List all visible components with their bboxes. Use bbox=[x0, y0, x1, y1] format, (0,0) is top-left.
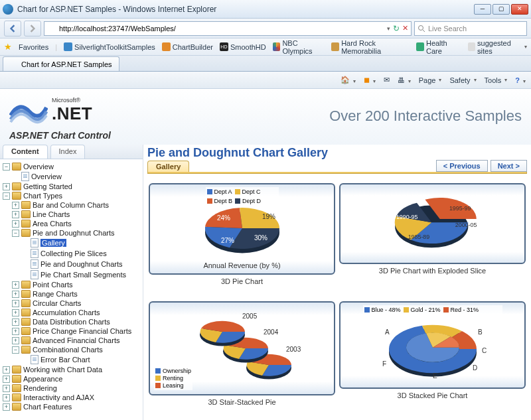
tree-collecting[interactable]: Collecting Pie Slices bbox=[20, 248, 141, 259]
net-label: .NET bbox=[52, 104, 92, 124]
browser-tab-active[interactable]: Chart for ASP.NET Samples bbox=[3, 56, 119, 71]
favlink-chartbuilder[interactable]: ChartBuilder bbox=[162, 42, 213, 51]
tree-bar-charts[interactable]: +Bar and Column Charts bbox=[11, 200, 141, 210]
close-button[interactable]: ✕ bbox=[511, 4, 528, 15]
chart-card-3-wrap: Ownership Renting Leasing 2005 2004 2003 bbox=[149, 301, 335, 415]
tree-gallery[interactable]: Gallery bbox=[20, 238, 141, 248]
print-button[interactable]: 🖶 bbox=[398, 76, 411, 84]
tree-overview[interactable]: −Overview bbox=[1, 162, 141, 171]
chart-card-2[interactable]: 1995-99 2000-05 1985-89 1990-95 bbox=[339, 183, 526, 264]
svg-text:30%: 30% bbox=[254, 234, 267, 242]
favlink-hardrock[interactable]: Hard Rock Memorabilia bbox=[331, 39, 410, 55]
chart-card-3[interactable]: Ownership Renting Leasing 2005 2004 2003 bbox=[149, 301, 335, 395]
tree-pie-charts[interactable]: −Pie and Doughnut Charts bbox=[11, 228, 141, 238]
svg-text:2000-05: 2000-05 bbox=[455, 222, 477, 228]
stop-icon[interactable]: ✕ bbox=[402, 24, 408, 33]
tab-icon bbox=[10, 60, 19, 68]
gallery-tab[interactable]: Gallery bbox=[147, 161, 189, 172]
forward-button[interactable] bbox=[24, 21, 41, 36]
tree-chart-types[interactable]: −Chart Types bbox=[1, 191, 141, 200]
svg-text:1985-89: 1985-89 bbox=[408, 234, 429, 240]
svg-text:1990-95: 1990-95 bbox=[396, 214, 417, 220]
tree-accumulation[interactable]: +Accumulation Charts bbox=[11, 308, 141, 317]
nav-tree: −Overview Overview +Getting Started −Cha… bbox=[0, 159, 143, 420]
tools-menu[interactable]: Tools bbox=[485, 76, 508, 84]
svg-line-1 bbox=[423, 30, 425, 32]
tree-working-data[interactable]: +Working with Chart Data bbox=[1, 365, 141, 374]
tree-distribution[interactable]: +Data Distribution Charts bbox=[11, 317, 141, 326]
tree-area-charts[interactable]: +Area Charts bbox=[11, 219, 141, 228]
minimize-button[interactable]: ─ bbox=[474, 4, 491, 15]
stair-pie-chart: 2005 2004 2003 bbox=[176, 305, 309, 391]
svg-text:A: A bbox=[385, 328, 390, 336]
help-button[interactable]: ? bbox=[515, 76, 526, 84]
chart1-label: 3D Pie Chart bbox=[149, 275, 335, 285]
refresh-icon[interactable]: ↻ bbox=[393, 24, 400, 33]
tree-range-charts[interactable]: +Range Charts bbox=[11, 289, 141, 299]
next-button[interactable]: Next > bbox=[491, 160, 527, 172]
address-bar[interactable]: ▾ ↻ ✕ bbox=[44, 21, 412, 36]
sidebar-tabs: Content Index bbox=[0, 145, 143, 159]
chart-card-4-wrap: Blue - 48% Gold - 21% Red - 31% bbox=[339, 301, 526, 415]
svg-text:2003: 2003 bbox=[286, 346, 301, 353]
svg-text:E: E bbox=[433, 372, 437, 380]
chart-card-1[interactable]: Dept A Dept C Dept B Dept D bbox=[149, 183, 335, 275]
page-menu[interactable]: Page bbox=[419, 76, 442, 84]
chart-grid: Dept A Dept C Dept B Dept D bbox=[143, 178, 531, 420]
feeds-button[interactable]: ◼ bbox=[364, 76, 376, 84]
banner: Microsoft® .NET Over 200 Interactive Sam… bbox=[0, 89, 531, 129]
tree-getting-started[interactable]: +Getting Started bbox=[1, 182, 141, 191]
tree-point-charts[interactable]: +Point Charts bbox=[11, 280, 141, 289]
page-content: Microsoft® .NET Over 200 Interactive Sam… bbox=[0, 89, 531, 420]
tree-line-charts[interactable]: +Line Charts bbox=[11, 210, 141, 219]
tab-index[interactable]: Index bbox=[50, 145, 86, 159]
safety-menu[interactable]: Safety bbox=[449, 76, 476, 84]
browser-tabs: Chart for ASP.NET Samples bbox=[0, 56, 531, 72]
svg-text:F: F bbox=[382, 360, 386, 368]
favlink-silverlight[interactable]: SilverlightToolkitSamples bbox=[64, 42, 155, 51]
main-panel: Pie and Doughnut Chart Gallery Gallery <… bbox=[143, 145, 531, 420]
tree-pie-doughnut[interactable]: Pie and Doughnut Charts bbox=[20, 259, 141, 269]
chart2-label: 3D Pie Chart with Exploded Slice bbox=[339, 264, 526, 275]
favlink-nbc[interactable]: NBC Olympics bbox=[273, 39, 325, 55]
tree-adv-financial[interactable]: +Advanced Financial Charts bbox=[11, 336, 141, 345]
sidebar: Content Index −Overview Overview +Gettin… bbox=[0, 145, 143, 420]
favlink-smoothhd[interactable]: HDSmoothHD bbox=[220, 42, 266, 51]
tree-rendering[interactable]: +Rendering bbox=[1, 384, 141, 393]
search-box[interactable]: Live Search bbox=[414, 21, 527, 36]
favlink-suggested[interactable]: suggested sites ▾ bbox=[468, 39, 527, 55]
readmail-button[interactable]: ✉ bbox=[384, 76, 390, 84]
tree-overview-page[interactable]: Overview bbox=[11, 171, 141, 182]
chart3-label: 3D Stair-Stacked Pie bbox=[149, 395, 335, 406]
tree-circular-charts[interactable]: +Circular Charts bbox=[11, 299, 141, 308]
dropdown-icon[interactable]: ▾ bbox=[387, 25, 390, 32]
tree-combinational[interactable]: −Combinational Charts bbox=[11, 345, 141, 354]
tree-features[interactable]: +Chart Features bbox=[1, 402, 141, 411]
chart-card-4[interactable]: Blue - 48% Gold - 21% Red - 31% bbox=[339, 301, 526, 389]
svg-text:C: C bbox=[482, 347, 487, 354]
page-title: Pie and Doughnut Chart Gallery bbox=[147, 146, 527, 160]
dotnet-logo: Microsoft® .NET bbox=[9, 96, 92, 125]
back-button[interactable] bbox=[4, 21, 21, 36]
microsoft-label: Microsoft® bbox=[52, 97, 92, 104]
favorites-label[interactable]: Favorites bbox=[19, 43, 48, 51]
url-input[interactable] bbox=[59, 25, 384, 33]
tree-price-financial[interactable]: +Price Change Financial Charts bbox=[11, 326, 141, 336]
favorites-star-icon[interactable]: ★ bbox=[4, 42, 12, 52]
pie-chart-2: 1995-99 2000-05 1985-89 1990-95 bbox=[380, 187, 486, 260]
tree-small-segments[interactable]: Pie Chart Small Segments bbox=[20, 269, 141, 280]
ie-icon bbox=[3, 4, 13, 15]
maximize-button[interactable]: ▢ bbox=[493, 4, 510, 15]
previous-button[interactable]: < Previous bbox=[436, 160, 488, 172]
pie-chart-1: 19% 30% 27% 24% bbox=[189, 187, 295, 260]
tree-error-bar[interactable]: Error Bar Chart bbox=[20, 354, 141, 365]
home-button[interactable]: 🏠 bbox=[341, 76, 356, 84]
tab-content[interactable]: Content bbox=[3, 145, 48, 159]
svg-text:D: D bbox=[473, 364, 477, 372]
window-titlebar: Chart for ASP.NET Samples - Windows Inte… bbox=[0, 0, 531, 19]
svg-text:2005: 2005 bbox=[242, 313, 258, 320]
svg-point-0 bbox=[419, 25, 423, 30]
tree-appearance[interactable]: +Appearance bbox=[1, 374, 141, 384]
favlink-healthcare[interactable]: Health Care bbox=[416, 39, 461, 55]
tree-ajax[interactable]: +Interactivity and AJAX bbox=[1, 393, 141, 402]
